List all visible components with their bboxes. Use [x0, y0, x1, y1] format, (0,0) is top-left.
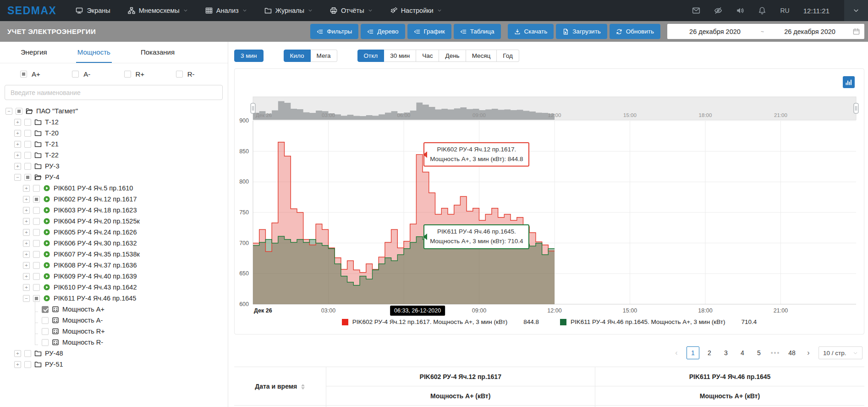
- checkbox[interactable]: [72, 71, 79, 78]
- menu-item-3[interactable]: Анализ: [205, 7, 247, 14]
- pagination-page-3[interactable]: 3: [720, 346, 732, 359]
- menu-item-5[interactable]: Отчёты: [330, 7, 373, 14]
- filter-R+[interactable]: R+: [124, 70, 176, 78]
- sort-icon[interactable]: [301, 384, 305, 390]
- checkbox[interactable]: [24, 152, 31, 159]
- expand-button[interactable]: +: [23, 251, 30, 258]
- checkbox[interactable]: [42, 317, 49, 324]
- toggle-30-мин[interactable]: 30 мин: [384, 50, 416, 62]
- filter-A-[interactable]: A-: [72, 70, 124, 78]
- checkbox[interactable]: [42, 328, 49, 335]
- expand-button[interactable]: +: [23, 207, 30, 214]
- график-button[interactable]: График: [407, 24, 451, 39]
- tree-item[interactable]: −ПАО "Тагмет": [0, 106, 228, 117]
- checkbox[interactable]: [33, 185, 40, 192]
- toggle-кило[interactable]: Кило: [284, 50, 311, 62]
- tree-item[interactable]: +PIK605 РУ-4 Яч.24 пр.1626: [0, 227, 228, 238]
- checkbox[interactable]: [24, 350, 31, 357]
- tree-item[interactable]: +PIK604 РУ-4 Яч.20 пр.1525к: [0, 216, 228, 227]
- expand-button[interactable]: +: [14, 163, 21, 170]
- user-menu-button[interactable]: [844, 0, 868, 21]
- tab-показания[interactable]: Показания: [139, 42, 176, 63]
- checkbox[interactable]: [124, 71, 131, 78]
- volume-icon[interactable]: [736, 6, 744, 15]
- pagination-page-48[interactable]: 48: [786, 346, 798, 359]
- pagination-page-2[interactable]: 2: [703, 346, 716, 359]
- скачать-button[interactable]: Скачать: [508, 24, 554, 39]
- pagination-next[interactable]: ›: [802, 346, 815, 359]
- bell-icon[interactable]: [758, 6, 766, 15]
- pagination-page-4[interactable]: 4: [736, 346, 749, 359]
- tree-item[interactable]: +РУ-3: [0, 161, 228, 172]
- checkbox[interactable]: [33, 240, 40, 247]
- expand-button[interactable]: +: [14, 130, 21, 137]
- search-input[interactable]: [5, 85, 223, 100]
- tree-item[interactable]: +PIK609 РУ-4 Яч.40 пр.1639: [0, 271, 228, 282]
- checkbox[interactable]: [24, 119, 31, 126]
- menu-item-2[interactable]: Мнемосхемы: [128, 7, 188, 14]
- filter-R-[interactable]: R-: [176, 70, 228, 78]
- expand-button[interactable]: +: [23, 284, 30, 291]
- toggle-день[interactable]: День: [439, 50, 466, 62]
- tree-item[interactable]: −РУ-4: [0, 172, 228, 183]
- filter-A+[interactable]: A+: [20, 70, 72, 78]
- checkbox[interactable]: [24, 361, 31, 368]
- обновить-button[interactable]: Обновить: [610, 24, 660, 39]
- checkbox[interactable]: [176, 71, 183, 78]
- checkbox[interactable]: [33, 207, 40, 214]
- checkbox[interactable]: [33, 273, 40, 280]
- checkbox[interactable]: [24, 141, 31, 148]
- navigator-right-handle[interactable]: [854, 103, 858, 113]
- expand-button[interactable]: +: [14, 361, 21, 368]
- toggle-месяц[interactable]: Месяц: [466, 50, 497, 62]
- tree-item[interactable]: +Т-21: [0, 139, 228, 150]
- collapse-button[interactable]: −: [23, 295, 30, 302]
- checkbox[interactable]: [33, 295, 40, 302]
- tab-энергия[interactable]: Энергия: [19, 42, 49, 63]
- mail-icon[interactable]: [692, 6, 700, 15]
- tree-item[interactable]: Мощность R-: [0, 337, 228, 348]
- tree-item[interactable]: +РУ-51: [0, 359, 228, 370]
- date-to[interactable]: 26 декабря 2020: [767, 28, 853, 35]
- expand-button[interactable]: +: [14, 141, 21, 148]
- tree-item[interactable]: +Т-12: [0, 117, 228, 128]
- дерево-button[interactable]: Дерево: [361, 24, 405, 39]
- checkbox[interactable]: [42, 339, 49, 346]
- checkbox[interactable]: [33, 284, 40, 291]
- expand-button[interactable]: +: [23, 262, 30, 269]
- tree-item[interactable]: Мощность A-: [0, 315, 228, 326]
- загрузить-button[interactable]: Загрузить: [556, 24, 607, 39]
- expand-button[interactable]: +: [23, 196, 30, 203]
- navigator-left-handle[interactable]: [251, 103, 255, 113]
- expand-button[interactable]: +: [14, 350, 21, 357]
- pagination-page-1[interactable]: 1: [687, 346, 699, 359]
- menu-item-6[interactable]: Настройки: [390, 7, 442, 14]
- checkbox[interactable]: [33, 196, 40, 203]
- checkbox[interactable]: [33, 262, 40, 269]
- expand-button[interactable]: +: [23, 240, 30, 247]
- checkbox[interactable]: [42, 306, 49, 313]
- page-size-select[interactable]: 10 / стр.: [819, 346, 863, 359]
- tree-item[interactable]: −PIK611 РУ-4 Яч.46 пр.1645: [0, 293, 228, 304]
- toggle-год[interactable]: Год: [497, 50, 519, 62]
- pagination-prev[interactable]: ‹: [670, 346, 683, 359]
- tree-item[interactable]: +Т-22: [0, 150, 228, 161]
- checkbox[interactable]: [20, 71, 27, 78]
- tree-item[interactable]: +PIK608 РУ-4 Яч.37 пр.1636: [0, 260, 228, 271]
- expand-button[interactable]: +: [23, 229, 30, 236]
- checkbox[interactable]: [33, 251, 40, 258]
- tree-item[interactable]: +PIK603 РУ-4 Яч.18 пр.1623: [0, 205, 228, 216]
- tree-item[interactable]: +PIK601 РУ-4 Яч.5 пр.1610: [0, 183, 228, 194]
- legend-item-1[interactable]: PIK602 РУ-4 Яч.12 пр.1617. Мощность A+, …: [342, 318, 539, 325]
- tree-item[interactable]: +PIK607 РУ-4 Яч.35 пр.1538к: [0, 249, 228, 260]
- tree-item[interactable]: +Т-20: [0, 128, 228, 139]
- tree-item[interactable]: +РУ-48: [0, 348, 228, 359]
- expand-button[interactable]: +: [23, 218, 30, 225]
- toggle-3-мин[interactable]: 3 мин: [234, 50, 264, 62]
- tab-мощность[interactable]: Мощность: [76, 42, 112, 63]
- toggle-мега[interactable]: Мега: [311, 50, 337, 62]
- expand-button[interactable]: +: [14, 119, 21, 126]
- collapse-button[interactable]: −: [14, 174, 21, 181]
- expand-button[interactable]: +: [23, 273, 30, 280]
- legend-item-2[interactable]: PIK611 РУ-4 Яч.46 пр.1645. Мощность A+, …: [560, 318, 757, 325]
